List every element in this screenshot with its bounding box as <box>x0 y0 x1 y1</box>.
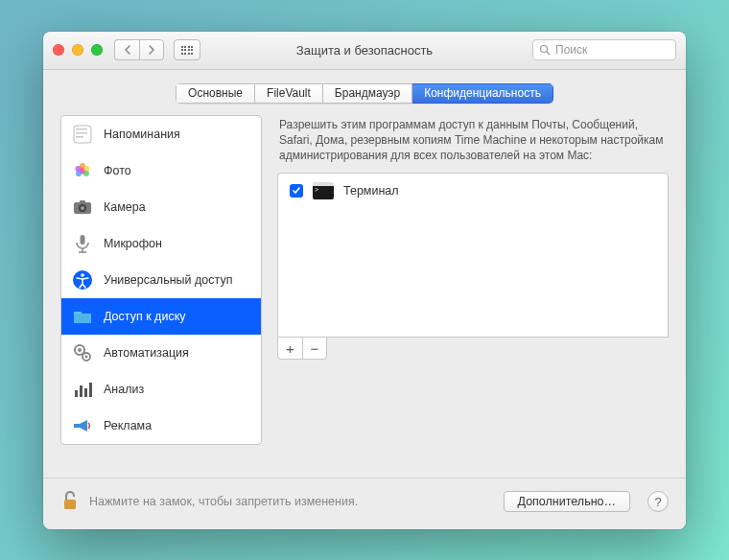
app-checkbox[interactable] <box>290 184 303 198</box>
tab-privacy[interactable]: Конфиденциальность <box>412 83 553 104</box>
svg-rect-30 <box>74 424 76 428</box>
sidebar-item-photos[interactable]: Фото <box>61 152 261 189</box>
svg-line-1 <box>547 52 550 55</box>
reminders-icon <box>71 123 94 146</box>
preferences-window: Защита и безопасность Поиск Основные Fil… <box>43 32 686 529</box>
svg-rect-16 <box>81 235 85 245</box>
svg-rect-21 <box>74 314 91 323</box>
svg-rect-26 <box>75 390 78 397</box>
svg-rect-29 <box>89 383 92 397</box>
list-buttons: + − <box>277 338 327 360</box>
search-input[interactable]: Поиск <box>532 39 676 60</box>
svg-rect-28 <box>84 388 87 397</box>
grid-icon <box>181 46 194 55</box>
megaphone-icon <box>71 414 94 437</box>
tab-filevault[interactable]: FileVault <box>255 83 323 104</box>
tabs: Основные FileVault Брандмауэр Конфиденци… <box>43 70 686 115</box>
tab-firewall[interactable]: Брандмауэр <box>323 83 412 104</box>
svg-point-15 <box>81 206 84 210</box>
chart-icon <box>71 378 94 401</box>
svg-rect-31 <box>64 500 76 509</box>
sidebar-item-disk[interactable]: Доступ к диску <box>61 298 261 335</box>
sidebar-item-accessibility[interactable]: Универсальный доступ <box>61 262 261 298</box>
sidebar-item-automation[interactable]: Автоматизация <box>61 335 261 371</box>
sidebar: Напоминания Фото Камера <box>60 115 262 445</box>
svg-point-23 <box>78 348 82 352</box>
nav-buttons <box>114 39 164 60</box>
svg-point-9 <box>83 171 89 176</box>
main-pane: Разрешить этим программам доступ к данны… <box>277 115 669 445</box>
footer: Нажмите на замок, чтобы запретить измене… <box>43 478 686 529</box>
gear-icon <box>71 341 94 364</box>
svg-point-11 <box>76 166 82 172</box>
svg-rect-4 <box>76 132 87 134</box>
window-controls <box>53 44 103 56</box>
description-text: Разрешить этим программам доступ к данны… <box>279 117 667 164</box>
chevron-left-icon <box>124 45 131 55</box>
svg-rect-27 <box>80 385 82 397</box>
show-all-button[interactable] <box>174 39 200 60</box>
sidebar-item-reminders[interactable]: Напоминания <box>61 116 261 152</box>
svg-rect-13 <box>80 200 85 203</box>
check-icon <box>292 186 301 196</box>
app-list: Терминал <box>277 173 669 338</box>
sidebar-item-analytics[interactable]: Анализ <box>61 371 261 408</box>
svg-point-0 <box>541 46 548 53</box>
svg-point-20 <box>81 273 84 277</box>
svg-rect-3 <box>76 128 87 130</box>
photos-icon <box>71 159 94 182</box>
accessibility-icon <box>71 268 94 292</box>
content: Напоминания Фото Камера <box>43 115 686 460</box>
svg-rect-2 <box>74 126 91 143</box>
chevron-right-icon <box>148 45 155 55</box>
app-row[interactable]: Терминал <box>278 174 668 208</box>
camera-icon <box>71 196 94 219</box>
search-icon <box>539 44 551 56</box>
close-icon[interactable] <box>53 44 64 56</box>
sidebar-item-microphone[interactable]: Микрофон <box>61 225 261 262</box>
app-label: Терминал <box>343 184 399 198</box>
sidebar-item-ads[interactable]: Реклама <box>61 408 261 444</box>
remove-button[interactable]: − <box>302 338 326 359</box>
lock-icon[interactable] <box>60 490 80 514</box>
forward-button[interactable] <box>139 39 164 60</box>
window-title: Защита и безопасность <box>296 43 433 58</box>
help-button[interactable]: ? <box>647 491 669 512</box>
sidebar-item-camera[interactable]: Камера <box>61 189 261 225</box>
advanced-button[interactable]: Дополнительно… <box>504 491 630 512</box>
lock-text: Нажмите на замок, чтобы запретить измене… <box>89 495 358 508</box>
titlebar: Защита и безопасность Поиск <box>43 32 686 70</box>
terminal-icon <box>313 182 334 199</box>
add-button[interactable]: + <box>278 338 302 359</box>
svg-point-25 <box>85 355 88 358</box>
tab-general[interactable]: Основные <box>176 83 255 104</box>
minimize-icon[interactable] <box>72 44 83 56</box>
back-button[interactable] <box>114 39 139 60</box>
svg-rect-5 <box>76 136 83 138</box>
microphone-icon <box>71 232 94 255</box>
folder-icon <box>71 305 94 328</box>
zoom-icon[interactable] <box>91 44 103 56</box>
search-placeholder: Поиск <box>555 43 587 57</box>
